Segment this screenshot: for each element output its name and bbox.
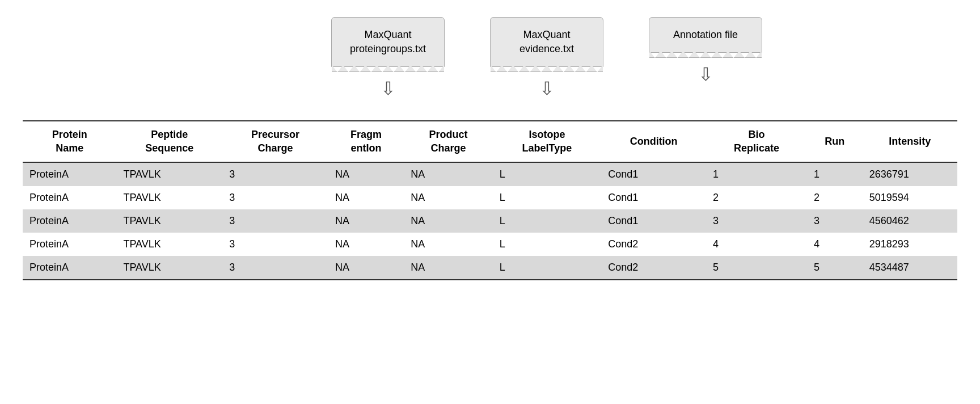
annotation-label: Annotation file	[673, 29, 738, 40]
arrow-down-1: ⇩	[381, 79, 396, 98]
table-cell: 5019594	[863, 186, 957, 209]
table-cell: NA	[328, 186, 404, 209]
table-cell: ProteinA	[23, 186, 116, 209]
table-cell: ProteinA	[23, 162, 116, 186]
col-header-run: Run	[807, 121, 863, 162]
table-cell: NA	[404, 209, 492, 233]
table-cell: L	[493, 209, 601, 233]
table-cell: TPAVLK	[116, 233, 222, 256]
table-cell: 2636791	[863, 162, 957, 186]
col-header-precursor-charge: PrecursorCharge	[222, 121, 328, 162]
annotation-box-wrapper: Annotation file ⇩	[649, 17, 762, 83]
evidence-box: MaxQuant evidence.txt	[490, 17, 603, 67]
table-cell: NA	[328, 233, 404, 256]
table-cell: 2	[706, 186, 807, 209]
evidence-box-wrapper: MaxQuant evidence.txt ⇩	[490, 17, 603, 98]
table-cell: 3	[222, 256, 328, 280]
table-cell: 3	[222, 162, 328, 186]
proteingroups-label: MaxQuant	[364, 29, 411, 40]
table-row: ProteinATPAVLK3NANALCond1112636791	[23, 162, 957, 186]
proteingroups-box: MaxQuant proteingroups.txt	[331, 17, 445, 67]
table-cell: 4	[807, 233, 863, 256]
arrow-down-3: ⇩	[698, 65, 713, 83]
col-header-protein-name: ProteinName	[23, 121, 116, 162]
table-cell: 3	[706, 209, 807, 233]
table-cell: TPAVLK	[116, 186, 222, 209]
table-cell: 1	[807, 162, 863, 186]
table-cell: 3	[807, 209, 863, 233]
table-cell: 2918293	[863, 233, 957, 256]
table-cell: 1	[706, 162, 807, 186]
table-cell: L	[493, 162, 601, 186]
diagram-section: MaxQuant proteingroups.txt ⇩ MaxQuant ev…	[23, 17, 957, 98]
table-cell: NA	[404, 233, 492, 256]
table-cell: 4560462	[863, 209, 957, 233]
table-cell: 3	[222, 209, 328, 233]
col-header-isotope-labeltype: IsotopeLabelType	[493, 121, 601, 162]
table-cell: L	[493, 186, 601, 209]
table-header-row: ProteinName PeptideSequence PrecursorCha…	[23, 121, 957, 162]
table-cell: NA	[404, 162, 492, 186]
table-cell: Cond1	[601, 209, 706, 233]
table-cell: 4	[706, 233, 807, 256]
table-cell: NA	[404, 186, 492, 209]
proteingroups-filename: proteingroups.txt	[350, 43, 426, 54]
arrow-down-2: ⇩	[539, 79, 555, 98]
evidence-label: MaxQuant	[523, 29, 570, 40]
table-cell: ProteinA	[23, 256, 116, 280]
table-cell: NA	[404, 256, 492, 280]
table-body: ProteinATPAVLK3NANALCond1112636791Protei…	[23, 162, 957, 280]
annotation-box: Annotation file	[649, 17, 762, 53]
table-cell: ProteinA	[23, 209, 116, 233]
col-header-intensity: Intensity	[863, 121, 957, 162]
table-section: ProteinName PeptideSequence PrecursorCha…	[23, 120, 957, 280]
col-header-product-charge: ProductCharge	[404, 121, 492, 162]
proteingroups-box-wrapper: MaxQuant proteingroups.txt ⇩	[331, 17, 445, 98]
table-cell: L	[493, 233, 601, 256]
table-cell: TPAVLK	[116, 256, 222, 280]
col-header-condition: Condition	[601, 121, 706, 162]
col-header-peptide-sequence: PeptideSequence	[116, 121, 222, 162]
table-cell: 3	[222, 186, 328, 209]
table-cell: 3	[222, 233, 328, 256]
table-cell: TPAVLK	[116, 162, 222, 186]
table-cell: 2	[807, 186, 863, 209]
table-row: ProteinATPAVLK3NANALCond2442918293	[23, 233, 957, 256]
data-table: ProteinName PeptideSequence PrecursorCha…	[23, 120, 957, 280]
table-row: ProteinATPAVLK3NANALCond1225019594	[23, 186, 957, 209]
table-row: ProteinATPAVLK3NANALCond1334560462	[23, 209, 957, 233]
table-cell: NA	[328, 209, 404, 233]
table-cell: Cond2	[601, 233, 706, 256]
evidence-filename: evidence.txt	[519, 43, 574, 54]
table-cell: 4534487	[863, 256, 957, 280]
table-cell: Cond2	[601, 256, 706, 280]
table-cell: 5	[706, 256, 807, 280]
table-row: ProteinATPAVLK3NANALCond2554534487	[23, 256, 957, 280]
col-header-fragmentation: FragmentIon	[328, 121, 404, 162]
table-cell: NA	[328, 162, 404, 186]
table-cell: 5	[807, 256, 863, 280]
table-cell: Cond1	[601, 186, 706, 209]
table-cell: Cond1	[601, 162, 706, 186]
table-cell: L	[493, 256, 601, 280]
table-cell: TPAVLK	[116, 209, 222, 233]
table-cell: NA	[328, 256, 404, 280]
table-cell: ProteinA	[23, 233, 116, 256]
col-header-bio-replicate: BioReplicate	[706, 121, 807, 162]
